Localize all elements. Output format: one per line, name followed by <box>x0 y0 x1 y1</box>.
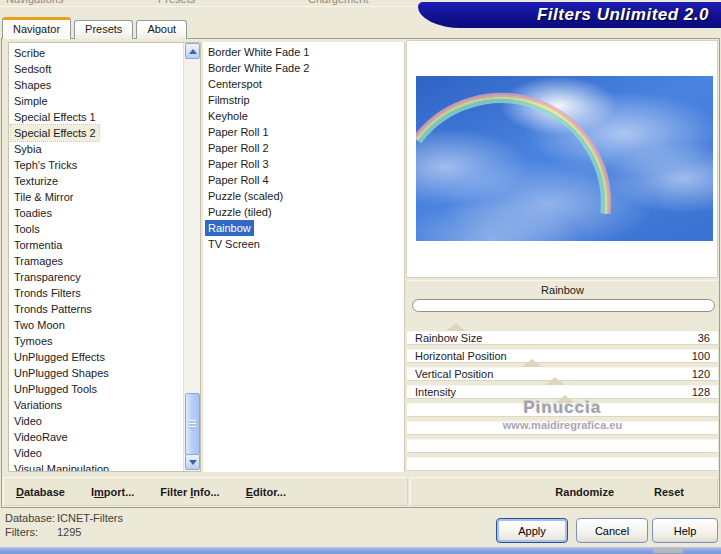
slider-label: Vertical Position <box>415 368 493 380</box>
preview-image[interactable] <box>416 76 713 241</box>
category-list-item[interactable]: Tools <box>11 221 43 237</box>
background-window-resize-notch <box>653 549 683 553</box>
filter-list-item[interactable]: Keyhole <box>205 108 251 124</box>
scroll-up-button[interactable] <box>185 43 200 59</box>
cancel-button[interactable]: Cancel <box>576 518 648 543</box>
slider-row[interactable]: Intensity 128 <box>407 385 718 399</box>
category-list-item[interactable]: Simple <box>11 93 51 109</box>
slider-row[interactable]: Horizontal Position 100 <box>407 349 718 363</box>
progress-bar <box>412 299 715 312</box>
apply-button[interactable]: Apply <box>496 518 568 543</box>
slider-value: 100 <box>692 350 710 362</box>
help-button[interactable]: Help <box>652 518 718 543</box>
category-list-item[interactable]: UnPlugged Tools <box>11 381 100 397</box>
category-list-item[interactable]: Two Moon <box>11 317 68 333</box>
empty-slider-row <box>407 439 718 453</box>
panel-divider <box>404 42 405 472</box>
empty-slider-row <box>407 403 718 417</box>
tab[interactable]: About <box>136 20 187 39</box>
category-list-item[interactable]: Sedsoft <box>11 61 54 77</box>
chevron-up-icon <box>189 45 197 54</box>
filter-list-item[interactable]: Paper Roll 1 <box>205 124 272 140</box>
filter-list-item[interactable]: Paper Roll 2 <box>205 140 272 156</box>
category-list-item[interactable]: Shapes <box>11 77 54 93</box>
slider-thumb-icon[interactable] <box>446 323 466 331</box>
category-list-item[interactable]: Tormentia <box>11 237 65 253</box>
empty-slider-row <box>407 421 718 435</box>
toolbar-button[interactable]: Filter Info... <box>160 486 219 498</box>
category-list-item[interactable]: Transparency <box>11 269 84 285</box>
slider-row[interactable]: Vertical Position 120 <box>407 367 718 381</box>
category-list-item[interactable]: Video <box>11 445 45 461</box>
tab-bar: NavigatorPresetsAbout <box>2 17 187 39</box>
slider-value: 128 <box>692 386 710 398</box>
toolbar-right: Randomize Reset <box>410 477 718 506</box>
category-list-item[interactable]: UnPlugged Effects <box>11 349 108 365</box>
preview-panel <box>406 40 718 278</box>
background-text-fragment: Chargement <box>308 0 369 5</box>
category-scrollbar[interactable] <box>183 43 200 471</box>
slider-value: 120 <box>692 368 710 380</box>
slider-label: Rainbow Size <box>415 332 482 344</box>
filter-list-item[interactable]: Centerspot <box>205 76 265 92</box>
slider-label: Horizontal Position <box>415 350 507 362</box>
slider-thumb-icon[interactable] <box>545 377 565 385</box>
title-banner: Filters Unlimited 2.0 <box>418 2 721 28</box>
toolbar-button[interactable]: Randomize <box>555 486 614 498</box>
toolbar-button[interactable]: Import... <box>91 486 134 498</box>
database-value: ICNET-Filters <box>57 511 123 525</box>
category-list-item[interactable]: Special Effects 2 <box>11 125 99 141</box>
filter-list-item[interactable]: Paper Roll 4 <box>205 172 272 188</box>
database-label: Database: <box>5 511 57 525</box>
category-list-item[interactable]: Sybia <box>11 141 45 157</box>
status-area: Database: ICNET-Filters Filters: 1295 <box>5 511 123 539</box>
filter-list-item[interactable]: Rainbow <box>205 220 254 236</box>
category-list-item[interactable]: Tronds Patterns <box>11 301 95 317</box>
filters-unlimited-dialog: Navigations Presets Chargement Filters U… <box>0 0 721 554</box>
category-list-item[interactable]: Toadies <box>11 205 55 221</box>
scroll-down-button[interactable] <box>185 454 200 470</box>
filter-list-item[interactable]: Border White Fade 2 <box>205 60 313 76</box>
background-text-fragment: Navigations <box>6 0 63 5</box>
filters-count-label: Filters: <box>5 525 57 539</box>
slider-thumb-icon[interactable] <box>555 395 575 403</box>
tab[interactable]: Presets <box>74 20 133 39</box>
filter-list-item[interactable]: Paper Roll 3 <box>205 156 272 172</box>
category-list-item[interactable]: Tronds Filters <box>11 285 84 301</box>
category-list-item[interactable]: Tramages <box>11 253 66 269</box>
tab[interactable]: Navigator <box>2 17 71 39</box>
filter-list-item[interactable]: Puzzle (scaled) <box>205 188 286 204</box>
category-list-item[interactable]: Video <box>11 413 45 429</box>
category-list-item[interactable]: Scribe <box>11 45 48 61</box>
slider-thumb-icon[interactable] <box>522 359 542 367</box>
category-list-item[interactable]: Special Effects 1 <box>11 109 99 125</box>
background-window-bottom-edge <box>0 547 721 554</box>
category-list[interactable]: ScribeSedsoftShapesSimpleSpecial Effects… <box>8 42 201 472</box>
rainbow-arc-graphic <box>416 76 713 241</box>
slider-label: Intensity <box>415 386 456 398</box>
chevron-down-icon <box>189 460 197 469</box>
filter-list-item[interactable]: Border White Fade 1 <box>205 44 313 60</box>
category-list-item[interactable]: Texturize <box>11 173 61 189</box>
filter-list-item[interactable]: TV Screen <box>205 236 263 252</box>
toolbar-button[interactable]: Editor... <box>246 486 286 498</box>
selected-filter-caption: Rainbow <box>407 280 718 298</box>
category-list-item[interactable]: Tile & Mirror <box>11 189 76 205</box>
category-list-item[interactable]: Visual Manipulation <box>11 461 112 472</box>
category-list-item[interactable]: UnPlugged Shapes <box>11 365 112 381</box>
toolbar-button[interactable]: Reset <box>654 486 684 498</box>
filter-list[interactable]: Border White Fade 1Border White Fade 2Ce… <box>203 42 405 472</box>
toolbar-button[interactable]: Database <box>16 486 65 498</box>
category-list-item[interactable]: VideoRave <box>11 429 71 445</box>
category-list-item[interactable]: Variations <box>11 397 65 413</box>
filters-count-value: 1295 <box>57 525 81 539</box>
background-text-fragment: Presets <box>158 0 195 5</box>
parameter-sliders: Rainbow Size 36 Horizontal Position 100 … <box>407 331 718 475</box>
category-list-item[interactable]: Teph's Tricks <box>11 157 80 173</box>
filter-list-item[interactable]: Puzzle (tiled) <box>205 204 275 220</box>
slider-row[interactable]: Rainbow Size 36 <box>407 331 718 345</box>
filter-list-item[interactable]: Filmstrip <box>205 92 253 108</box>
scrollbar-thumb[interactable] <box>185 393 200 455</box>
app-title: Filters Unlimited 2.0 <box>537 5 709 25</box>
category-list-item[interactable]: Tymoes <box>11 333 56 349</box>
